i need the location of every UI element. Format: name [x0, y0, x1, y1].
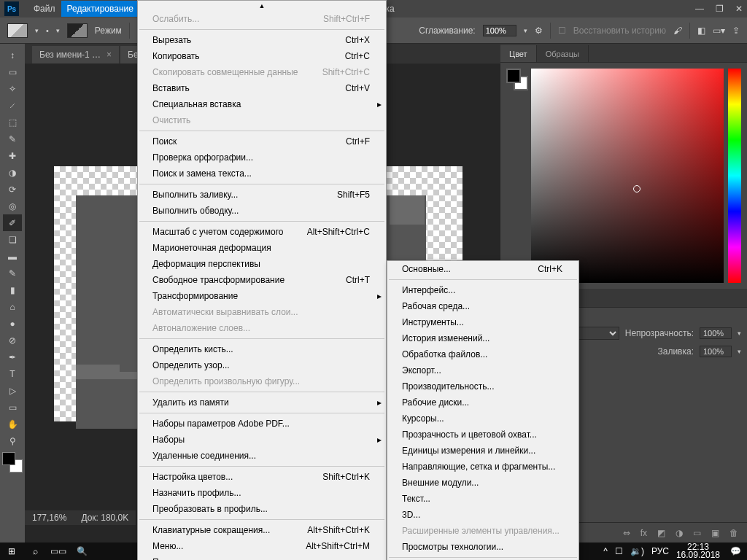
menuitem-клавиатурные-сокращения-[interactable]: Клавиатурные сокращения...Alt+Shift+Ctrl… — [138, 522, 386, 538]
tool-8[interactable]: ⟳ — [3, 181, 22, 198]
dropdown-icon[interactable]: ▾ — [35, 27, 39, 34]
tool-2[interactable]: ✧ — [3, 80, 22, 97]
share-icon[interactable]: ⇪ — [732, 26, 740, 36]
mask-icon[interactable]: ◩ — [657, 528, 665, 538]
menuitem-масштаб-с-учетом-содержимого[interactable]: Масштаб с учетом содержимогоAlt+Shift+Ct… — [138, 224, 386, 240]
menuitem-выполнить-заливку-[interactable]: Выполнить заливку...Shift+F5 — [138, 187, 386, 203]
gear-icon[interactable]: ⚙ — [535, 26, 543, 36]
tool-13[interactable]: ✎ — [3, 265, 22, 281]
panel-icon[interactable]: ◧ — [697, 26, 705, 36]
fill-input[interactable] — [700, 346, 732, 357]
menuitem-основные-[interactable]: Основные...Ctrl+K — [387, 261, 578, 277]
taskview-icon[interactable]: ▭▭ — [47, 546, 70, 556]
menuitem-определить-кисть-[interactable]: Определить кисть... — [138, 341, 386, 357]
tool-18[interactable]: ✒ — [3, 349, 22, 365]
menuitem-обработка-файлов-[interactable]: Обработка файлов... — [387, 346, 578, 362]
menuitem-назначить-профиль-[interactable]: Назначить профиль... — [138, 485, 386, 501]
fg-color[interactable] — [2, 452, 15, 465]
menuitem-единицы-измерения-и-линейки-[interactable]: Единицы измерения и линейки... — [387, 443, 578, 459]
window-minimize[interactable]: — — [695, 4, 704, 14]
tool-10[interactable]: ✐ — [3, 214, 22, 231]
menuitem-определить-узор-[interactable]: Определить узор... — [138, 357, 386, 373]
link-icon[interactable]: ⇔ — [623, 528, 630, 538]
menuitem-проверка-орфографии-[interactable]: Проверка орфографии... — [138, 149, 386, 166]
group-icon[interactable]: ▭ — [693, 528, 701, 538]
tool-5[interactable]: ✎ — [3, 131, 22, 147]
tray-notifications-icon[interactable]: 💬 — [730, 546, 741, 556]
brush-preset[interactable] — [7, 23, 28, 38]
menuitem-марионеточная-деформация[interactable]: Марионеточная деформация — [138, 240, 386, 256]
menuitem-преобразовать-в-профиль-[interactable]: Преобразовать в профиль... — [138, 501, 386, 517]
fg-color-swatch[interactable] — [506, 69, 521, 83]
tray-clock[interactable]: 22:13 16.09.2018 — [676, 543, 723, 559]
tool-3[interactable]: ⟋ — [3, 97, 22, 114]
tray-volume-icon[interactable]: 🔉) — [630, 546, 644, 556]
close-icon[interactable]: × — [107, 50, 112, 60]
brush-preview[interactable] — [67, 23, 88, 38]
menuitem-копировать[interactable]: КопироватьCtrl+C — [138, 48, 386, 64]
opacity-input[interactable] — [700, 327, 732, 339]
tool-23[interactable]: ⚲ — [3, 432, 22, 449]
menuitem-настройка-цветов-[interactable]: Настройка цветов...Shift+Ctrl+K — [138, 469, 386, 485]
tray-battery-icon[interactable]: ☐ — [615, 546, 623, 556]
tool-19[interactable]: T — [3, 365, 22, 382]
tool-11[interactable]: ❏ — [3, 231, 22, 248]
tool-6[interactable]: ✚ — [3, 147, 22, 164]
menuitem-прозрачность-и-цветовой-охват-[interactable]: Прозрачность и цветовой охват... — [387, 427, 578, 443]
window-close[interactable]: ✕ — [735, 4, 743, 14]
menu-Редактирование[interactable]: Редактирование — [61, 1, 139, 17]
search-icon[interactable]: ⌕ — [23, 546, 47, 556]
menuitem-рабочая-среда-[interactable]: Рабочая среда... — [387, 298, 578, 314]
menuitem-вырезать[interactable]: ВырезатьCtrl+X — [138, 32, 386, 48]
menuitem-меню-[interactable]: Меню...Alt+Shift+Ctrl+M — [138, 538, 386, 554]
brush-size-dropdown[interactable]: ▾ — [56, 27, 60, 34]
color-field[interactable] — [531, 69, 724, 283]
tool-14[interactable]: ▮ — [3, 281, 22, 298]
menuitem-вставить[interactable]: ВставитьCtrl+V — [138, 80, 386, 96]
menuitem-текст-[interactable]: Текст... — [387, 491, 578, 507]
restore-history-label[interactable]: Восстановить историю — [573, 26, 666, 36]
menuitem-интерфейс-[interactable]: Интерфейс... — [387, 282, 578, 298]
adjust-icon[interactable]: ◑ — [676, 528, 683, 538]
tool-4[interactable]: ⬚ — [3, 114, 22, 131]
menuitem-удаленные-соединения-[interactable]: Удаленные соединения... — [138, 448, 386, 464]
tool-16[interactable]: ● — [3, 315, 22, 332]
menu-Файл[interactable]: Файл — [28, 1, 61, 17]
menuitem-специальная-вставка[interactable]: Специальная вставка▸ — [138, 96, 386, 112]
tab-swatches[interactable]: Образцы — [537, 45, 589, 62]
menuitem-поиск[interactable]: ПоискCtrl+F — [138, 133, 386, 149]
window-maximize[interactable]: ❐ — [716, 4, 724, 14]
tool-9[interactable]: ◎ — [3, 198, 22, 214]
start-button[interactable]: ⊞ — [0, 546, 23, 556]
menuitem-инструменты-[interactable]: Инструменты... — [387, 314, 578, 330]
trash-icon[interactable]: 🗑 — [729, 528, 738, 538]
tray-chevron-icon[interactable]: ^ — [603, 546, 608, 556]
menuitem-удалить-из-памяти[interactable]: Удалить из памяти▸ — [138, 394, 386, 411]
menuitem-производительность-[interactable]: Производительность... — [387, 378, 578, 394]
tool-7[interactable]: ◑ — [3, 164, 22, 181]
app-icon[interactable]: 🔍 — [70, 546, 93, 556]
dropdown-icon[interactable]: ▾ — [524, 27, 527, 34]
menuitem-просмотры-технологии-[interactable]: Просмотры технологии... — [387, 539, 578, 555]
menuitem-деформация-перспективы[interactable]: Деформация перспективы — [138, 256, 386, 272]
tool-1[interactable]: ▭ — [3, 63, 22, 80]
menuitem-поиск-и-замена-текста-[interactable]: Поиск и замена текста... — [138, 166, 386, 182]
brush-icon[interactable]: 🖌 — [673, 26, 682, 36]
tool-21[interactable]: ▭ — [3, 399, 22, 416]
menuitem-курсоры-[interactable]: Курсоры... — [387, 411, 578, 427]
menuitem-внешние-модули-[interactable]: Внешние модули... — [387, 475, 578, 491]
tool-15[interactable]: ⌂ — [3, 298, 22, 315]
workspace-icon[interactable]: ▭▾ — [713, 26, 725, 36]
menuitem-панель-инструментов-[interactable]: Панель инструментов... — [138, 554, 386, 560]
menuitem-трансформирование[interactable]: Трансформирование▸ — [138, 288, 386, 304]
fx-icon[interactable]: fx — [640, 528, 647, 538]
smoothing-input[interactable] — [483, 25, 516, 36]
menuitem-3d-[interactable]: 3D... — [387, 507, 578, 523]
tab-color[interactable]: Цвет — [500, 45, 537, 62]
doc-tab-0[interactable]: Без имени-1 …× — [32, 46, 119, 63]
hue-slider[interactable] — [728, 69, 741, 283]
scroll-up-icon[interactable]: ▲ — [138, 1, 386, 11]
menuitem-рабочие-диски-[interactable]: Рабочие диски... — [387, 394, 578, 411]
menuitem-выполнить-обводку-[interactable]: Выполнить обводку... — [138, 203, 386, 219]
menuitem-наборы[interactable]: Наборы▸ — [138, 432, 386, 448]
